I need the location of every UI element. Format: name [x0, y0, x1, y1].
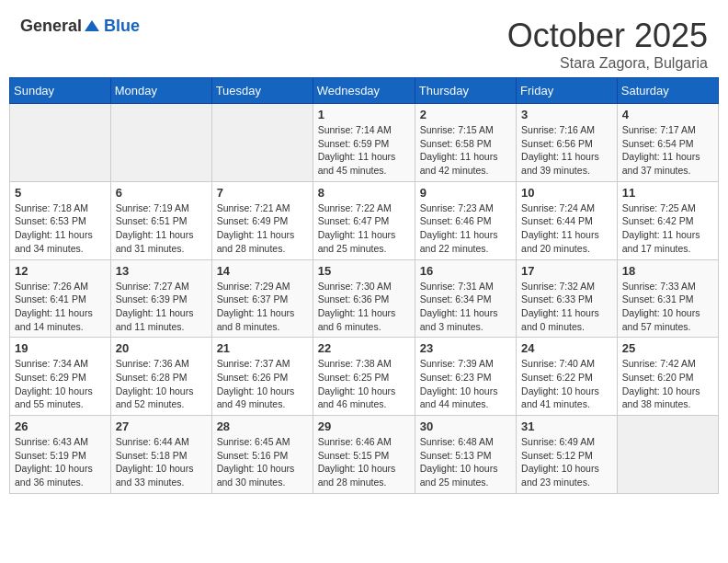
day-number: 9 — [420, 186, 511, 200]
day-info: Sunrise: 6:49 AM Sunset: 5:12 PM Dayligh… — [521, 435, 612, 489]
day-info: Sunrise: 7:17 AM Sunset: 6:54 PM Dayligh… — [622, 123, 713, 178]
day-info: Sunrise: 7:23 AM Sunset: 6:46 PM Dayligh… — [420, 201, 511, 256]
calendar-cell: 4Sunrise: 7:17 AM Sunset: 6:54 PM Daylig… — [617, 104, 718, 182]
day-number: 6 — [116, 186, 207, 200]
calendar-cell: 9Sunrise: 7:23 AM Sunset: 6:46 PM Daylig… — [415, 181, 516, 259]
day-number: 14 — [217, 264, 308, 278]
calendar-cell: 19Sunrise: 7:34 AM Sunset: 6:29 PM Dayli… — [10, 338, 111, 416]
logo: General Blue — [20, 17, 140, 37]
day-number: 13 — [116, 264, 207, 278]
day-info: Sunrise: 7:14 AM Sunset: 6:59 PM Dayligh… — [318, 123, 410, 178]
logo-icon — [82, 18, 102, 37]
day-number: 17 — [521, 264, 612, 278]
day-number: 27 — [116, 419, 207, 433]
calendar-cell: 28Sunrise: 6:45 AM Sunset: 5:16 PM Dayli… — [211, 416, 313, 494]
calendar-cell: 18Sunrise: 7:33 AM Sunset: 6:31 PM Dayli… — [617, 259, 718, 338]
day-number: 2 — [420, 108, 511, 121]
day-info: Sunrise: 7:16 AM Sunset: 6:56 PM Dayligh… — [521, 123, 612, 178]
day-number: 10 — [521, 186, 612, 200]
calendar-cell: 12Sunrise: 7:26 AM Sunset: 6:41 PM Dayli… — [10, 259, 111, 338]
location: Stara Zagora, Bulgaria — [507, 55, 708, 72]
day-info: Sunrise: 7:30 AM Sunset: 6:36 PM Dayligh… — [318, 280, 410, 334]
calendar-cell: 14Sunrise: 7:29 AM Sunset: 6:37 PM Dayli… — [211, 259, 313, 338]
calendar-cell: 6Sunrise: 7:19 AM Sunset: 6:51 PM Daylig… — [110, 181, 211, 259]
day-number: 28 — [217, 419, 308, 433]
calendar-cell: 2Sunrise: 7:15 AM Sunset: 6:58 PM Daylig… — [415, 104, 516, 182]
day-info: Sunrise: 7:36 AM Sunset: 6:28 PM Dayligh… — [116, 357, 207, 411]
month-title: October 2025 — [507, 17, 708, 55]
day-info: Sunrise: 7:24 AM Sunset: 6:44 PM Dayligh… — [521, 201, 612, 256]
weekday-header-wednesday: Wednesday — [313, 78, 415, 104]
day-number: 5 — [15, 186, 106, 200]
calendar-cell — [617, 416, 718, 494]
calendar-cell: 5Sunrise: 7:18 AM Sunset: 6:53 PM Daylig… — [10, 181, 111, 259]
svg-marker-0 — [85, 20, 99, 31]
calendar-cell: 21Sunrise: 7:37 AM Sunset: 6:26 PM Dayli… — [211, 338, 313, 416]
day-number: 20 — [116, 341, 207, 355]
calendar-week-3: 19Sunrise: 7:34 AM Sunset: 6:29 PM Dayli… — [10, 338, 719, 416]
weekday-header-monday: Monday — [110, 78, 211, 104]
day-info: Sunrise: 7:32 AM Sunset: 6:33 PM Dayligh… — [521, 280, 612, 334]
weekday-header-tuesday: Tuesday — [211, 78, 313, 104]
logo-general: General — [20, 17, 82, 35]
day-info: Sunrise: 7:18 AM Sunset: 6:53 PM Dayligh… — [15, 201, 106, 256]
day-info: Sunrise: 7:26 AM Sunset: 6:41 PM Dayligh… — [15, 280, 106, 334]
calendar-cell: 22Sunrise: 7:38 AM Sunset: 6:25 PM Dayli… — [313, 338, 415, 416]
day-number: 15 — [318, 264, 410, 278]
calendar-cell: 11Sunrise: 7:25 AM Sunset: 6:42 PM Dayli… — [617, 181, 718, 259]
weekday-header-row: SundayMondayTuesdayWednesdayThursdayFrid… — [10, 78, 719, 104]
day-number: 3 — [521, 108, 612, 121]
calendar-cell — [10, 104, 111, 182]
calendar-cell: 25Sunrise: 7:42 AM Sunset: 6:20 PM Dayli… — [617, 338, 718, 416]
calendar-week-4: 26Sunrise: 6:43 AM Sunset: 5:19 PM Dayli… — [10, 416, 719, 494]
day-info: Sunrise: 6:48 AM Sunset: 5:13 PM Dayligh… — [420, 435, 511, 489]
calendar-cell: 1Sunrise: 7:14 AM Sunset: 6:59 PM Daylig… — [313, 104, 415, 182]
day-info: Sunrise: 7:40 AM Sunset: 6:22 PM Dayligh… — [521, 357, 612, 411]
day-number: 19 — [15, 341, 106, 355]
weekday-header-thursday: Thursday — [415, 78, 516, 104]
day-number: 11 — [622, 186, 713, 200]
day-info: Sunrise: 7:34 AM Sunset: 6:29 PM Dayligh… — [15, 357, 106, 411]
day-number: 25 — [622, 341, 713, 355]
day-info: Sunrise: 7:38 AM Sunset: 6:25 PM Dayligh… — [318, 357, 410, 411]
day-number: 23 — [420, 341, 511, 355]
calendar-cell: 16Sunrise: 7:31 AM Sunset: 6:34 PM Dayli… — [415, 259, 516, 338]
day-info: Sunrise: 6:45 AM Sunset: 5:16 PM Dayligh… — [217, 435, 308, 489]
day-number: 31 — [521, 419, 612, 433]
calendar-cell: 23Sunrise: 7:39 AM Sunset: 6:23 PM Dayli… — [415, 338, 516, 416]
calendar-cell: 30Sunrise: 6:48 AM Sunset: 5:13 PM Dayli… — [415, 416, 516, 494]
day-number: 7 — [217, 186, 308, 200]
calendar-cell: 3Sunrise: 7:16 AM Sunset: 6:56 PM Daylig… — [517, 104, 618, 182]
day-number: 21 — [217, 341, 308, 355]
day-info: Sunrise: 7:25 AM Sunset: 6:42 PM Dayligh… — [622, 201, 713, 256]
calendar-cell: 10Sunrise: 7:24 AM Sunset: 6:44 PM Dayli… — [517, 181, 618, 259]
calendar-week-2: 12Sunrise: 7:26 AM Sunset: 6:41 PM Dayli… — [10, 259, 719, 338]
calendar-cell: 17Sunrise: 7:32 AM Sunset: 6:33 PM Dayli… — [517, 259, 618, 338]
day-info: Sunrise: 7:42 AM Sunset: 6:20 PM Dayligh… — [622, 357, 713, 411]
calendar-cell: 31Sunrise: 6:49 AM Sunset: 5:12 PM Dayli… — [517, 416, 618, 494]
title-block: October 2025 Stara Zagora, Bulgaria — [507, 17, 708, 72]
calendar-cell: 7Sunrise: 7:21 AM Sunset: 6:49 PM Daylig… — [211, 181, 313, 259]
page-header: General Blue October 2025 Stara Zagora, … — [9, 9, 719, 77]
day-number: 29 — [318, 419, 410, 433]
weekday-header-friday: Friday — [517, 78, 618, 104]
day-number: 26 — [15, 419, 106, 433]
calendar-cell — [110, 104, 211, 182]
day-info: Sunrise: 7:19 AM Sunset: 6:51 PM Dayligh… — [116, 201, 207, 256]
day-info: Sunrise: 7:15 AM Sunset: 6:58 PM Dayligh… — [420, 123, 511, 178]
calendar-week-1: 5Sunrise: 7:18 AM Sunset: 6:53 PM Daylig… — [10, 181, 719, 259]
calendar-cell: 20Sunrise: 7:36 AM Sunset: 6:28 PM Dayli… — [110, 338, 211, 416]
day-info: Sunrise: 7:22 AM Sunset: 6:47 PM Dayligh… — [318, 201, 410, 256]
day-info: Sunrise: 7:37 AM Sunset: 6:26 PM Dayligh… — [217, 357, 308, 411]
day-number: 22 — [318, 341, 410, 355]
day-number: 24 — [521, 341, 612, 355]
calendar-cell: 13Sunrise: 7:27 AM Sunset: 6:39 PM Dayli… — [110, 259, 211, 338]
calendar-cell: 8Sunrise: 7:22 AM Sunset: 6:47 PM Daylig… — [313, 181, 415, 259]
day-info: Sunrise: 7:39 AM Sunset: 6:23 PM Dayligh… — [420, 357, 511, 411]
calendar-cell: 27Sunrise: 6:44 AM Sunset: 5:18 PM Dayli… — [110, 416, 211, 494]
day-info: Sunrise: 7:31 AM Sunset: 6:34 PM Dayligh… — [420, 280, 511, 334]
day-number: 18 — [622, 264, 713, 278]
day-info: Sunrise: 7:21 AM Sunset: 6:49 PM Dayligh… — [217, 201, 308, 256]
calendar-table: SundayMondayTuesdayWednesdayThursdayFrid… — [9, 77, 719, 494]
calendar-cell: 26Sunrise: 6:43 AM Sunset: 5:19 PM Dayli… — [10, 416, 111, 494]
